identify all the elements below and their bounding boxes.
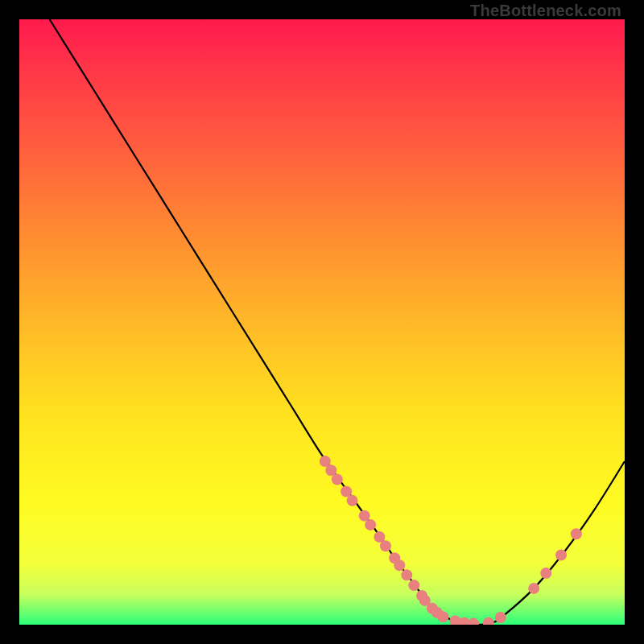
data-point [528, 583, 539, 594]
data-point [495, 612, 506, 623]
data-point [483, 617, 494, 625]
data-point [347, 495, 358, 506]
data-point [540, 568, 551, 579]
data-point [408, 580, 419, 591]
chart-plot-area [19, 19, 625, 625]
data-point [401, 569, 412, 580]
data-point [437, 611, 448, 622]
bottleneck-curve [50, 19, 625, 625]
data-point [555, 550, 567, 561]
data-point [571, 528, 582, 539]
attribution-label: TheBottleneck.com [470, 2, 621, 20]
data-point [468, 617, 479, 625]
chart-svg [19, 19, 625, 625]
data-point [380, 540, 391, 551]
data-point [394, 559, 405, 571]
data-point [332, 474, 343, 485]
data-point [365, 519, 376, 530]
